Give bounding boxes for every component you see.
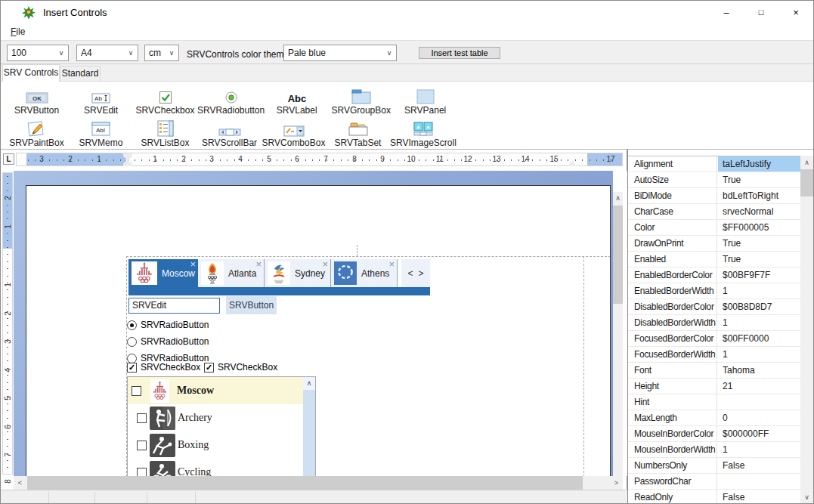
property-value[interactable]: False (718, 490, 806, 504)
minimize-button[interactable]: – (709, 1, 744, 23)
property-row[interactable]: DisabledBorderWidth 1 (628, 315, 814, 331)
checkbox-option[interactable]: SRVCheckBox (127, 362, 200, 373)
palette-control[interactable]: SRVCheckbox (133, 85, 197, 116)
property-row[interactable]: CharCase srvecNormal (628, 204, 814, 220)
srvedit-input[interactable]: SRVEdit (128, 298, 220, 314)
olympic-tab[interactable]: Moscow × (128, 259, 198, 287)
right-indent-marker[interactable] (568, 160, 577, 166)
property-row[interactable]: BiDiMode bdLeftToRight (628, 188, 814, 204)
document-canvas[interactable]: Moscow × Atlanta × (14, 171, 613, 476)
document-page[interactable]: Moscow × Atlanta × (26, 185, 611, 476)
radio-icon[interactable] (127, 320, 137, 330)
tab-close-icon[interactable]: × (322, 260, 328, 269)
list-scrollbar[interactable]: ∧ (303, 377, 315, 476)
maximize-button[interactable]: □ (744, 1, 778, 23)
property-value[interactable]: srvecNormal (718, 204, 806, 219)
property-row[interactable]: Enabled True (628, 252, 814, 267)
radio-option[interactable]: SRVRadioButton (127, 335, 209, 348)
palette-control[interactable]: SRVRadiobutton (197, 85, 265, 116)
property-value[interactable]: 0 (718, 410, 806, 425)
property-row[interactable]: EnabledBorderColor $00BF9F7F (628, 267, 814, 283)
properties-scrollbar[interactable]: ∧ ∨ (800, 156, 813, 504)
pscroll-thumb[interactable] (800, 169, 813, 196)
tab-srv-controls[interactable]: SRV Controls (2, 64, 60, 82)
document-vscrollbar[interactable]: ∧ ∨ (613, 192, 623, 497)
zoom-combobox[interactable]: 100 ∨ (7, 45, 69, 61)
property-row[interactable]: ReadOnly False (628, 490, 814, 504)
checkbox-icon[interactable] (132, 386, 141, 396)
property-value[interactable] (718, 394, 806, 410)
document-hscrollbar[interactable]: < > (14, 476, 623, 490)
palette-control[interactable]: SRVTabSet (326, 117, 390, 148)
checkbox-icon[interactable] (137, 468, 147, 477)
property-value[interactable]: bdLeftToRight (718, 188, 806, 203)
checkbox-icon[interactable] (137, 441, 147, 450)
palette-control[interactable]: Abc SRVLabel (265, 85, 329, 116)
palette-control[interactable]: SRVListBox (133, 117, 197, 148)
tab-standard[interactable]: Standard (60, 66, 101, 82)
property-value[interactable]: Tahoma (718, 363, 806, 378)
property-value[interactable]: $00FF0000 (718, 331, 806, 346)
property-value[interactable]: False (718, 458, 806, 473)
vscroll-thumb[interactable] (613, 206, 623, 304)
property-value[interactable]: $00BF9F7F (718, 267, 806, 283)
property-row[interactable]: PasswordChar (628, 474, 814, 490)
property-value[interactable]: $FF000005 (718, 220, 806, 235)
palette-control[interactable]: AbI SRVMemo (69, 117, 133, 148)
property-row[interactable]: MaxLength 0 (628, 410, 814, 426)
olympic-tab[interactable]: Sydney × (265, 259, 331, 287)
property-row[interactable]: AutoSize True (628, 172, 814, 188)
property-row[interactable]: Height 21 (628, 379, 814, 394)
list-item[interactable]: Cycling (128, 459, 304, 476)
tab-close-icon[interactable]: × (255, 260, 262, 269)
palette-control[interactable]: SRVPanel (393, 85, 457, 116)
radio-option[interactable]: SRVRadioButton (127, 319, 209, 331)
tab-close-icon[interactable]: × (190, 260, 196, 269)
checkbox-icon[interactable] (137, 413, 147, 423)
palette-control[interactable]: SRVImageScroll (390, 117, 457, 148)
tab-prev-icon[interactable]: < (407, 268, 413, 279)
property-value[interactable]: taLeftJustify (718, 156, 806, 172)
property-row[interactable]: Font Tahoma (628, 363, 814, 379)
property-row[interactable]: Hint (628, 394, 814, 410)
scroll-up-icon[interactable]: ∧ (303, 377, 315, 390)
vertical-ruler[interactable]: 2 1 1 2 3 4 5 6 (2, 172, 13, 475)
color-theme-combobox[interactable]: Pale blue ∨ (283, 45, 397, 61)
units-combobox[interactable]: cm ∨ (144, 45, 179, 61)
close-button[interactable]: × (778, 1, 813, 23)
property-value[interactable]: 1 (718, 442, 806, 457)
olympic-tab[interactable]: Athens × (331, 259, 398, 287)
menu-file[interactable]: File (8, 26, 28, 38)
insert-test-table-button[interactable]: Insert test table (419, 47, 500, 59)
hscroll-thumb[interactable] (27, 476, 583, 490)
property-row[interactable]: DisabledBorderColor $00B8D8D7 (628, 299, 814, 315)
scroll-left-icon[interactable]: < (14, 476, 26, 490)
srvlistbox[interactable]: Moscow Archery (127, 376, 316, 476)
palette-control[interactable]: SRVGroupBox (329, 85, 393, 116)
scroll-up-icon[interactable]: ∧ (800, 156, 813, 169)
tab-next-icon[interactable]: > (419, 268, 424, 279)
list-group-header[interactable]: Moscow (128, 377, 304, 404)
property-value[interactable]: True (718, 252, 806, 267)
property-row[interactable]: FocusedBorderColor $00FF0000 (628, 331, 814, 347)
property-row[interactable]: Color $FF000005 (628, 220, 814, 236)
palette-control[interactable]: Ab SRVEdit (69, 85, 133, 116)
property-value[interactable]: 1 (718, 283, 806, 298)
property-value[interactable] (718, 474, 806, 489)
property-row[interactable]: EnabledBorderWidth 1 (628, 283, 814, 299)
olympic-tab[interactable]: Atlanta × (198, 259, 265, 287)
property-row[interactable]: Alignment taLeftJustify (628, 156, 814, 172)
checkbox-icon[interactable] (204, 363, 214, 373)
tab-close-icon[interactable]: × (388, 260, 395, 269)
checkbox-icon[interactable] (127, 363, 137, 373)
palette-control[interactable]: SRVPaintBox (5, 117, 69, 148)
palette-control[interactable]: OK SRVButton (5, 85, 69, 116)
property-value[interactable]: $000000FF (718, 426, 806, 441)
property-value[interactable]: 1 (718, 347, 806, 362)
property-row[interactable]: MouseInBorderWidth 1 (628, 442, 814, 458)
property-value[interactable]: $00B8D8D7 (718, 299, 806, 314)
property-row[interactable]: FocusedBorderWidth 1 (628, 347, 814, 363)
property-row[interactable]: DrawOnPrint True (628, 236, 814, 252)
palette-control[interactable]: SRVScrollBar (197, 117, 262, 148)
property-row[interactable]: NumbersOnly False (628, 458, 814, 474)
